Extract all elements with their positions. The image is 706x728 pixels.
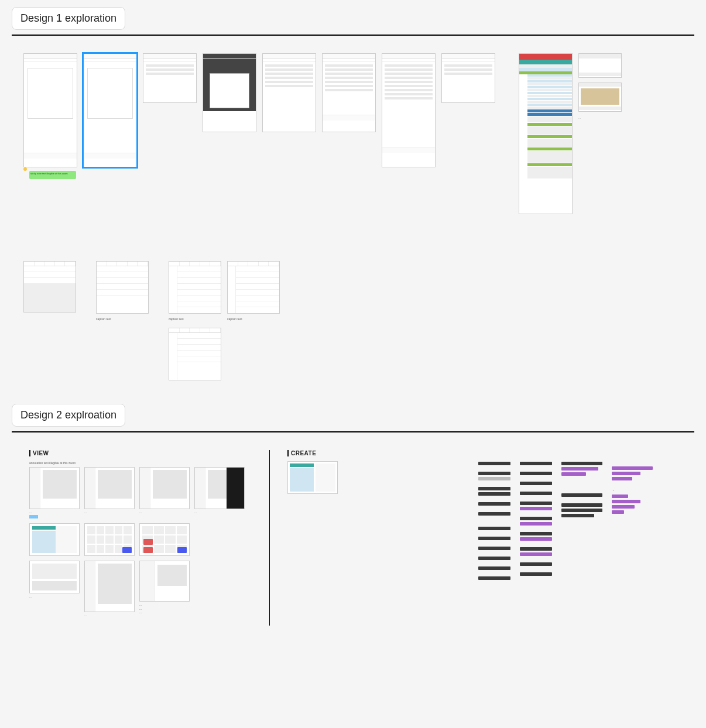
token-chip[interactable] [478, 472, 510, 475]
token-chip[interactable] [561, 503, 602, 507]
token-chip[interactable] [520, 562, 552, 566]
card-col: ········· [139, 561, 190, 618]
token-chip[interactable] [520, 547, 552, 551]
token-chip[interactable] [520, 502, 552, 505]
token-chip[interactable] [478, 502, 510, 506]
token-chip[interactable] [520, 472, 552, 475]
card-col: ··· [84, 467, 135, 518]
view-annotation: annotation text illegible at this zoom [29, 461, 80, 465]
token-chip[interactable] [520, 532, 552, 535]
token-chip[interactable] [520, 492, 552, 495]
wireframe-thumb[interactable] [169, 261, 221, 314]
card-caption: ·············· [29, 511, 80, 518]
reference-mock-small[interactable] [578, 83, 622, 112]
token-map[interactable]: • [478, 450, 653, 580]
wireframe-thumb[interactable] [262, 53, 316, 132]
reference-caption: ··· [578, 116, 622, 120]
vertical-divider [269, 450, 270, 626]
wireframe-card[interactable] [139, 561, 190, 602]
wireframe-thumb[interactable] [23, 53, 77, 167]
wireframe-card[interactable] [84, 523, 135, 556]
wireframe-thumb[interactable] [227, 261, 280, 314]
token-chip[interactable] [478, 492, 510, 496]
token-chip[interactable] [478, 547, 510, 550]
token-chip[interactable] [612, 495, 628, 498]
sticky-note[interactable]: sticky note text illegible at this zoom [29, 171, 76, 179]
token-chip[interactable] [478, 557, 510, 560]
token-chip[interactable] [612, 472, 640, 475]
token-chip[interactable] [520, 517, 552, 520]
token-col [561, 462, 602, 580]
divider [12, 35, 694, 36]
thumb-col: caption text [169, 261, 221, 380]
section-design-1: Design 1 exploration sticky note text il… [12, 7, 694, 380]
token-chip[interactable] [520, 572, 552, 576]
divider [12, 431, 694, 432]
token-chip[interactable] [612, 466, 653, 470]
token-chip[interactable] [612, 477, 632, 480]
token-chip[interactable] [612, 505, 635, 509]
thumb-col: caption text [96, 261, 149, 321]
wireframe-card[interactable] [84, 561, 135, 612]
token-col: • [612, 462, 653, 580]
token-chip[interactable] [561, 493, 602, 497]
wireframe-thumb[interactable] [23, 261, 76, 313]
wireframe-card[interactable] [287, 461, 338, 494]
d2-view-column: VIEW annotation text illegible at this z… [29, 450, 252, 618]
token-chip[interactable] [520, 507, 552, 510]
token-chip[interactable] [478, 462, 510, 465]
wireframe-card[interactable] [29, 561, 80, 593]
token-chip[interactable] [478, 527, 510, 530]
wireframe-thumb[interactable] [322, 53, 376, 132]
wireframe-card[interactable] [29, 523, 80, 556]
wireframe-thumb[interactable] [143, 53, 197, 103]
wireframe-thumb[interactable] [382, 53, 436, 167]
token-col [520, 462, 552, 580]
section-title-2[interactable]: Design 2 explroation [12, 404, 125, 427]
thumb-caption: caption text [169, 317, 221, 321]
token-chip[interactable] [478, 576, 510, 580]
token-chip[interactable] [478, 537, 510, 540]
token-chip[interactable] [561, 514, 594, 517]
token-chip[interactable] [612, 500, 640, 503]
section-design-2: Design 2 explroation VIEW annotation tex… [12, 404, 694, 626]
card-col: ··· [84, 561, 135, 618]
wireframe-thumb[interactable] [441, 53, 495, 103]
reference-mock-small[interactable] [578, 53, 622, 78]
token-chip[interactable] [478, 566, 510, 570]
canvas-area-1[interactable]: sticky note text illegible at this zoom [12, 53, 694, 380]
token-chip[interactable] [520, 552, 552, 556]
reference-mock-tall[interactable] [519, 53, 573, 214]
wireframe-thumb[interactable] [96, 261, 149, 314]
wireframe-card[interactable] [84, 467, 135, 509]
card-col: ··· [29, 561, 80, 618]
token-chip[interactable] [561, 462, 602, 465]
card-caption: ··· [84, 511, 135, 515]
token-chip [478, 467, 510, 470]
wireframe-card[interactable] [139, 523, 190, 556]
thumb-caption: caption text [96, 317, 149, 321]
token-chip[interactable] [612, 510, 624, 514]
wireframe-thumb-selected[interactable] [83, 53, 137, 167]
section-title-1[interactable]: Design 1 exploration [12, 7, 125, 30]
token-chip[interactable] [478, 477, 510, 480]
token-chip[interactable] [478, 512, 510, 516]
token-chip[interactable] [520, 537, 552, 541]
d2-create-column: CREATE [287, 450, 338, 494]
token-chip[interactable] [520, 482, 552, 485]
token-chip[interactable] [561, 509, 602, 512]
wireframe-card[interactable] [29, 467, 80, 509]
token-chip[interactable] [520, 522, 552, 526]
wireframe-card-dark[interactable] [194, 467, 245, 509]
canvas-area-2[interactable]: VIEW annotation text illegible at this z… [12, 450, 694, 626]
wireframe-thumb[interactable] [169, 328, 221, 380]
wireframe-card[interactable] [139, 467, 190, 509]
token-chip[interactable] [561, 467, 598, 471]
wireframe-thumb-modal[interactable] [203, 53, 256, 132]
card-caption: ··· [29, 595, 80, 599]
token-chip[interactable] [520, 462, 552, 465]
comment-indicator-icon[interactable] [23, 167, 27, 171]
card-col: ·············· [29, 467, 80, 518]
token-chip[interactable] [478, 487, 510, 490]
token-chip[interactable] [561, 472, 586, 476]
